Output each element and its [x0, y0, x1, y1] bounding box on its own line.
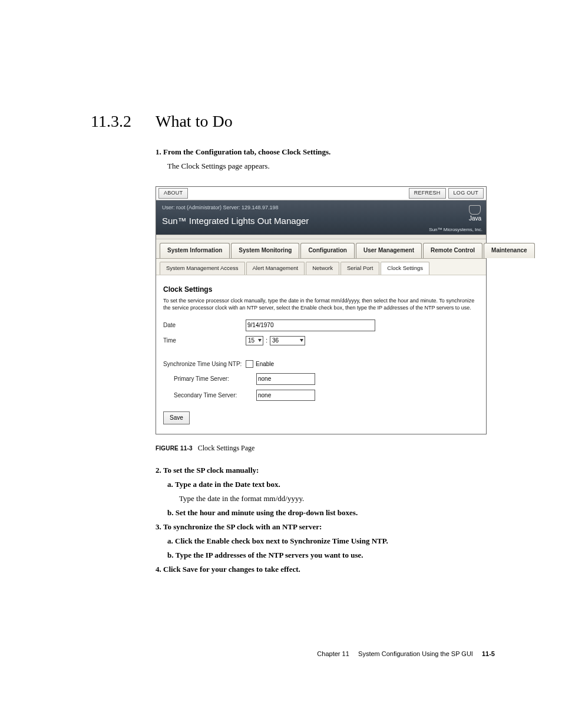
section-title: What to Do — [156, 112, 233, 131]
primary-server-input[interactable]: none — [256, 373, 315, 385]
label-enable: Enable — [256, 360, 274, 369]
step-2b-num: b. — [167, 508, 173, 517]
step-2a: a. Type a date in the Date text box. — [167, 479, 495, 490]
step-3b-text: Type the IP addresses of the NTP servers… — [176, 551, 363, 559]
step-3-num: 3. — [156, 522, 161, 531]
label-date: Date — [163, 321, 246, 330]
tab-user-management[interactable]: User Management — [356, 243, 422, 258]
step-4: 4. Click Save for your changes to take e… — [156, 564, 495, 575]
step-3b-num: b. — [167, 551, 173, 559]
figure-caption-text: Clock Settings Page — [198, 444, 255, 452]
user-server-line: User: root (Administrator) Server: 129.1… — [162, 204, 480, 212]
panel-description: To set the service processor clock manua… — [163, 298, 479, 311]
step-2a-body: Type the date in the format mm/dd/yyyy. — [179, 493, 495, 505]
secondary-server-input[interactable]: none — [256, 390, 315, 401]
figure-caption: FIGURE 11-3 Clock Settings Page — [156, 443, 495, 454]
figure-screenshot: ABOUT REFRESH LOG OUT User: root (Admini… — [156, 186, 487, 434]
tab-configuration[interactable]: Configuration — [300, 243, 355, 258]
step-1-num: 1. — [156, 147, 161, 156]
subtab-clock[interactable]: Clock Settings — [381, 262, 429, 275]
ntp-enable-checkbox[interactable] — [246, 360, 253, 368]
label-primary-server: Primary Time Server: — [163, 374, 256, 384]
footer-page: 11-5 — [482, 650, 495, 657]
tab-maintenance[interactable]: Maintenance — [484, 243, 535, 258]
step-4-text: Click Save for your changes to take effe… — [163, 565, 300, 574]
date-input[interactable]: 9/14/1970 — [246, 319, 375, 331]
section-number: 11.3.2 — [91, 112, 156, 131]
refresh-button[interactable]: REFRESH — [409, 188, 446, 199]
step-4-num: 4. — [156, 565, 161, 574]
save-button[interactable]: Save — [163, 411, 190, 424]
footer-chapter: Chapter 11 — [317, 650, 349, 657]
figure-label: FIGURE 11-3 — [156, 445, 193, 452]
sun-microsystems-line: Sun™ Microsystems, Inc. — [429, 226, 482, 233]
section-heading: 11.3.2 What to Do — [91, 112, 495, 131]
step-1-body: The Clock Settings page appears. — [167, 160, 495, 172]
label-ntp: Synchronize Time Using NTP: — [163, 360, 246, 369]
step-3b: b. Type the IP addresses of the NTP serv… — [167, 549, 495, 561]
java-cup-icon — [469, 205, 481, 215]
minute-select[interactable]: 36 — [270, 336, 305, 345]
tab-system-information[interactable]: System Information — [160, 243, 230, 258]
subtab-alert[interactable]: Alert Management — [246, 262, 305, 275]
subtab-network[interactable]: Network — [306, 262, 339, 275]
step-2b-text: Set the hour and minute using the drop-d… — [176, 508, 358, 517]
label-secondary-server: Secondary Time Server: — [163, 391, 256, 400]
subtab-serial[interactable]: Serial Port — [340, 262, 379, 275]
time-separator: : — [266, 336, 267, 345]
footer-title: System Configuration Using the SP GUI — [358, 650, 473, 657]
panel-title: Clock Settings — [163, 284, 479, 295]
step-3: 3. To synchronize the SP clock with an N… — [156, 521, 495, 533]
step-1: 1. From the Configuration tab, choose Cl… — [156, 146, 495, 158]
logout-button[interactable]: LOG OUT — [448, 188, 484, 199]
step-2a-text: Type a date in the Date text box. — [175, 480, 280, 489]
step-2b: b. Set the hour and minute using the dro… — [167, 507, 495, 519]
step-2a-num: a. — [167, 480, 173, 489]
sub-tabs: System Management Access Alert Managemen… — [156, 258, 486, 276]
hour-select[interactable]: 15 — [246, 336, 263, 345]
step-3a: a. Click the Enable check box next to Sy… — [167, 535, 495, 547]
step-3a-num: a. — [167, 536, 173, 545]
step-2-num: 2. — [156, 466, 161, 475]
page-footer: Chapter 11 System Configuration Using th… — [317, 650, 495, 657]
step-1-text: From the Configuration tab, choose Clock… — [163, 147, 330, 156]
step-3a-text: Click the Enable check box next to Synch… — [175, 536, 388, 545]
main-tabs: System Information System Monitoring Con… — [156, 239, 486, 258]
label-time: Time — [163, 336, 246, 345]
step-3-text: To synchronize the SP clock with an NTP … — [163, 522, 322, 531]
tab-remote-control[interactable]: Remote Control — [423, 243, 482, 258]
step-2-text: To set the SP clock manually: — [163, 466, 259, 475]
about-button[interactable]: ABOUT — [158, 188, 188, 199]
tab-system-monitoring[interactable]: System Monitoring — [231, 243, 299, 258]
java-text: Java — [469, 216, 481, 222]
subtab-sma[interactable]: System Management Access — [160, 262, 245, 275]
java-logo: Java — [469, 205, 481, 222]
step-2: 2. To set the SP clock manually: — [156, 465, 495, 476]
